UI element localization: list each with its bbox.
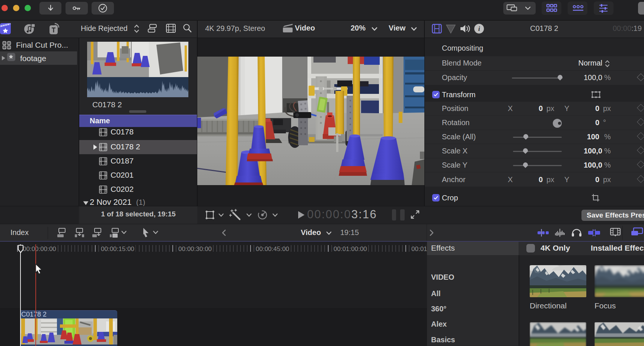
svg-text:i: i	[478, 25, 480, 32]
